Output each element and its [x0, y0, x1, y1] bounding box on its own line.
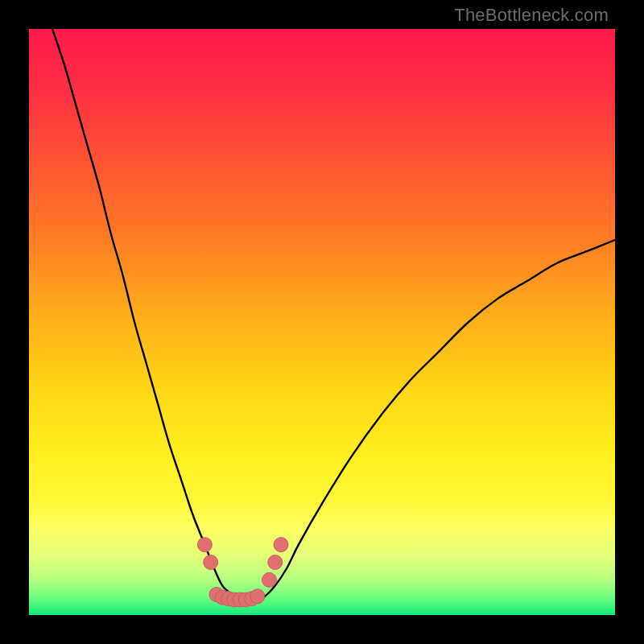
watermark-text: TheBottleneck.com	[454, 5, 609, 26]
plot-area	[29, 29, 615, 615]
data-marker	[274, 538, 288, 552]
data-marker	[204, 555, 218, 569]
chart-svg	[29, 29, 615, 615]
data-marker	[197, 538, 212, 552]
data-marker	[250, 589, 265, 604]
data-marker	[262, 572, 276, 587]
gradient-background	[29, 29, 615, 615]
outer-frame: TheBottleneck.com	[0, 0, 644, 644]
data-marker	[268, 555, 283, 569]
